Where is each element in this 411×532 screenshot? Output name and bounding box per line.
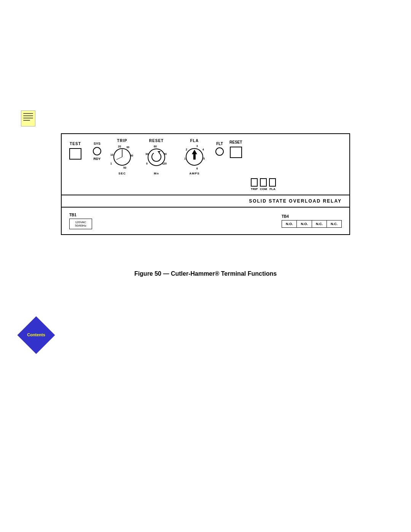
svg-text:6: 6	[196, 167, 198, 170]
tb4-cell-1: N.O.	[282, 220, 297, 227]
sys-label: SYS	[94, 142, 100, 145]
reset-button-section: RESET	[229, 140, 242, 158]
tb4-cell-3: N.C.	[312, 220, 327, 227]
fla-dial-section: FLA 3 4 2 5 1 6	[181, 139, 208, 175]
reset-btn-label: RESET	[229, 140, 242, 144]
sys-rdy-section: SYS RDY	[93, 142, 101, 161]
trip-ind-label: TRIP	[251, 187, 258, 191]
reset-button	[230, 147, 242, 158]
trip-dial-svg: 20 30 10 40 1 50	[109, 144, 135, 171]
reset-dial-svg: 60 30 90 0 120	[143, 144, 170, 171]
svg-text:1: 1	[184, 157, 186, 160]
test-label: TEST	[70, 142, 81, 146]
trip-indicator	[251, 178, 258, 187]
contents-label: Contents	[27, 332, 45, 337]
panel-box: TEST SYS RDY TRIP 20 30 10 40	[61, 133, 350, 235]
figure-caption-text: Figure 50 — Cutler-Hammer® Terminal Func…	[134, 270, 277, 277]
svg-text:50: 50	[123, 166, 126, 169]
fla-ind-label: FLA	[269, 187, 276, 191]
tb1-title: TB1	[69, 213, 92, 217]
trip-dial-section: TRIP 20 30 10 40 1 50	[109, 139, 135, 175]
tb4-section: TB4 N.O. N.O. N.C. N.C.	[282, 214, 342, 228]
fla-dial-svg: 3 4 2 5 1 6	[181, 144, 208, 171]
svg-text:5: 5	[203, 157, 205, 160]
svg-text:2: 2	[186, 148, 187, 151]
svg-text:20: 20	[118, 145, 121, 148]
flt-reset-section: FLT	[215, 142, 224, 156]
panel-bottom: TB1 120VAC 50/60Hz TB4 N.O. N.O. N.C. N.…	[62, 208, 349, 234]
reset-label: RESET	[149, 139, 164, 143]
figure-caption: Figure 50 — Cutler-Hammer® Terminal Func…	[0, 270, 411, 277]
diamond-shape: Contents	[19, 320, 53, 350]
svg-text:0: 0	[146, 162, 148, 165]
reset-dial-section: RESET 60 30 90 0 120 Mn	[143, 139, 170, 175]
trip-label: TRIP	[117, 139, 127, 143]
svg-text:60: 60	[154, 145, 157, 148]
com-indicator	[260, 178, 267, 187]
svg-rect-24	[193, 154, 196, 160]
fla-area: FLA 3 4 2 5 1 6	[181, 139, 342, 191]
fla-indicator	[269, 178, 276, 187]
status-indicators: TRIP COM FLA	[185, 178, 342, 191]
tb4-cell-2: N.O.	[297, 220, 312, 227]
fla-label: FLA	[190, 139, 199, 143]
tb4-title: TB4	[282, 214, 289, 219]
svg-text:1: 1	[110, 162, 112, 165]
trip-sub-label: SEC	[118, 172, 126, 175]
panel-diagram: TEST SYS RDY TRIP 20 30 10 40	[61, 133, 350, 235]
banner-text: SOLID STATE OVERLOAD RELAY	[249, 198, 342, 204]
note-icon	[21, 110, 37, 126]
tb1-box: 120VAC 50/60Hz	[69, 219, 92, 229]
reset-sub-label: Mn	[154, 172, 159, 175]
svg-point-14	[148, 149, 165, 166]
panel-top: TEST SYS RDY TRIP 20 30 10 40	[62, 134, 349, 195]
test-button	[69, 148, 81, 160]
flt-indicator	[215, 147, 224, 156]
svg-text:4: 4	[202, 148, 204, 151]
rdy-label: RDY	[93, 157, 100, 161]
fla-sub-label: AMPS	[189, 172, 199, 175]
com-ind-label: COM	[260, 187, 267, 191]
contents-button[interactable]: Contents	[19, 320, 57, 354]
sys-indicator	[93, 147, 101, 155]
svg-text:10: 10	[110, 153, 113, 156]
panel-banner: SOLID STATE OVERLOAD RELAY	[62, 195, 349, 208]
svg-text:3: 3	[196, 145, 198, 147]
tb1-voltage: 120VAC	[73, 220, 89, 224]
test-section: TEST	[69, 142, 81, 160]
tb4-cell-4: N.C.	[327, 220, 341, 227]
svg-text:30: 30	[126, 146, 129, 149]
flt-label: FLT	[216, 142, 223, 146]
tb1-freq: 50/60Hz	[73, 224, 89, 227]
tb1-section: TB1 120VAC 50/60Hz	[69, 213, 92, 229]
tb4-cells: N.O. N.O. N.C. N.C.	[282, 220, 342, 228]
